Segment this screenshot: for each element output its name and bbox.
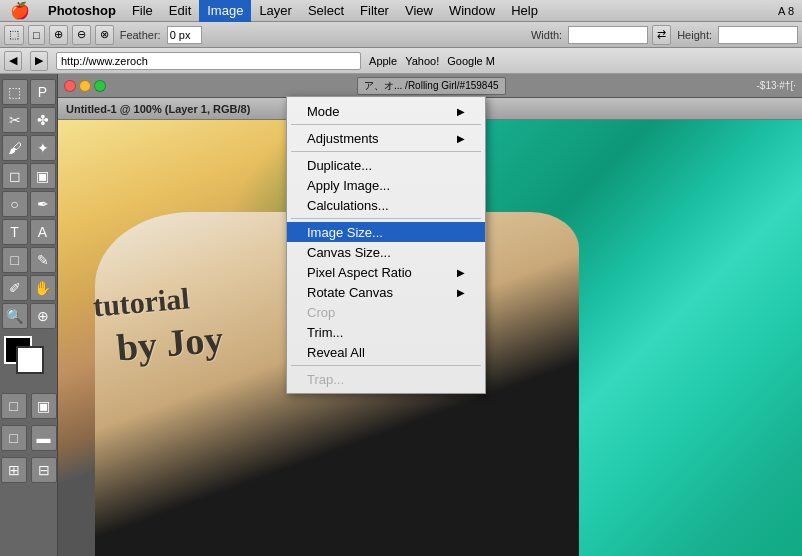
menu-view[interactable]: View (397, 0, 441, 22)
screen-normal[interactable]: □ (1, 425, 27, 451)
menu-item-canvas-size[interactable]: Canvas Size... (287, 242, 485, 262)
tool-shape[interactable]: □ (2, 247, 28, 273)
tool-path[interactable]: A (30, 219, 56, 245)
swap-dimensions[interactable]: ⇄ (652, 25, 671, 45)
menu-edit[interactable]: Edit (161, 0, 199, 22)
adjustments-arrow: ▶ (457, 133, 465, 144)
width-label: Width: (529, 29, 564, 41)
bookmark-google[interactable]: Google M (447, 55, 495, 67)
menu-item-reveal-all[interactable]: Reveal All (287, 342, 485, 362)
menu-item-pixel-aspect[interactable]: Pixel Aspect Ratio ▶ (287, 262, 485, 282)
menu-window[interactable]: Window (441, 0, 503, 22)
window-minimize-btn[interactable] (79, 80, 91, 92)
tool-text[interactable]: T (2, 219, 28, 245)
tool-lasso[interactable]: P (30, 79, 56, 105)
apple-menu[interactable]: 🍎 (0, 0, 40, 22)
back-btn[interactable]: ◀ (4, 51, 22, 71)
marquee-style-1[interactable]: □ (28, 25, 45, 45)
menu-layer[interactable]: Layer (251, 0, 300, 22)
screen-mode-tools: □ ▬ (0, 424, 58, 452)
pixel-aspect-arrow: ▶ (457, 267, 465, 278)
marquee-options[interactable]: ⬚ (4, 25, 24, 45)
tool-eraser[interactable]: ◻ (2, 163, 28, 189)
calculations-label: Calculations... (307, 198, 389, 213)
menu-item-image-size[interactable]: Image Size... (287, 222, 485, 242)
tool-hand[interactable]: ✋ (30, 275, 56, 301)
rolling-girl-tab[interactable]: ア、オ... /Rolling Girl/#159845 (357, 77, 506, 95)
menu-item-calculations[interactable]: Calculations... (287, 195, 485, 215)
color-swatches (4, 336, 54, 384)
tool-pen[interactable]: ✒ (30, 191, 56, 217)
window-maximize-btn[interactable] (94, 80, 106, 92)
quick-mask-tools: □ ▣ (0, 392, 58, 420)
quick-mask-on[interactable]: ▣ (31, 393, 57, 419)
rotate-canvas-label: Rotate Canvas (307, 285, 393, 300)
menu-item-adjustments[interactable]: Adjustments ▶ (287, 128, 485, 148)
marquee-style-2[interactable]: ⊕ (49, 25, 68, 45)
height-input[interactable] (718, 26, 798, 44)
menubar: 🍎 Photoshop File Edit Image Layer Select… (0, 0, 802, 22)
apply-image-label: Apply Image... (307, 178, 390, 193)
left-toolbar: ⬚ P ✂ ✤ 🖌 ✦ ◻ ▣ ○ ✒ T A □ ✎ ✐ ✋ (0, 74, 58, 556)
marquee-style-3[interactable]: ⊖ (72, 25, 91, 45)
separator-2 (291, 151, 481, 152)
duplicate-label: Duplicate... (307, 158, 372, 173)
pixel-aspect-label: Pixel Aspect Ratio (307, 265, 412, 280)
mode-arrow: ▶ (457, 106, 465, 117)
top-info-bar: ア、オ... /Rolling Girl/#159845 -$13·#†[· (58, 74, 802, 98)
tool-eyedropper[interactable]: ✐ (2, 275, 28, 301)
menu-file[interactable]: File (124, 0, 161, 22)
menu-image[interactable]: Image (199, 0, 251, 22)
tool-notes[interactable]: ✎ (30, 247, 56, 273)
tool-gradient[interactable]: ▣ (30, 163, 56, 189)
trap-label: Trap... (307, 372, 344, 387)
separator-4 (291, 365, 481, 366)
bookmarks-bar: ◀ ▶ Apple Yahoo! Google M (0, 48, 802, 74)
tool-marquee[interactable]: ⬚ (2, 79, 28, 105)
canvas-size-label: Canvas Size... (307, 245, 391, 260)
tool-dodge[interactable]: ○ (2, 191, 28, 217)
bookmark-apple[interactable]: Apple (369, 55, 397, 67)
forward-btn[interactable]: ▶ (30, 51, 48, 71)
menu-select[interactable]: Select (300, 0, 352, 22)
extra-tool-1[interactable]: ⊞ (1, 457, 27, 483)
feather-label: Feather: (118, 29, 163, 41)
tool-brush[interactable]: 🖌 (2, 135, 28, 161)
canvas-title: Untitled-1 @ 100% (Layer 1, RGB/8) (66, 103, 250, 115)
tool-extra[interactable]: ⊕ (30, 303, 56, 329)
mode-label: Mode (307, 104, 340, 119)
background-color[interactable] (16, 346, 44, 374)
tool-clone[interactable]: ✦ (30, 135, 56, 161)
tool-zoom[interactable]: 🔍 (2, 303, 28, 329)
tool-healing[interactable]: ✤ (30, 107, 56, 133)
image-size-label: Image Size... (307, 225, 383, 240)
menu-help[interactable]: Help (503, 0, 546, 22)
feather-input[interactable] (167, 26, 202, 44)
screen-full-menu[interactable]: ▬ (31, 425, 57, 451)
menu-item-trim[interactable]: Trim... (287, 322, 485, 342)
menu-item-crop: Crop (287, 302, 485, 322)
menu-item-apply-image[interactable]: Apply Image... (287, 175, 485, 195)
separator-3 (291, 218, 481, 219)
menu-item-mode[interactable]: Mode ▶ (287, 101, 485, 121)
ps-version: A 8 (778, 5, 802, 17)
menu-item-trap: Trap... (287, 369, 485, 389)
window-close-btn[interactable] (64, 80, 76, 92)
options-toolbar: ⬚ □ ⊕ ⊖ ⊗ Feather: Width: ⇄ Height: (0, 22, 802, 48)
quick-mask-off[interactable]: □ (1, 393, 27, 419)
bookmark-yahoo[interactable]: Yahoo! (405, 55, 439, 67)
extra-tool-2[interactable]: ⊟ (31, 457, 57, 483)
adjustments-label: Adjustments (307, 131, 379, 146)
panel-info: -$13·#†[· (757, 80, 796, 91)
menu-item-rotate-canvas[interactable]: Rotate Canvas ▶ (287, 282, 485, 302)
height-label: Height: (675, 29, 714, 41)
content-area: ア、オ... /Rolling Girl/#159845 -$13·#†[· U… (58, 74, 802, 556)
menu-item-duplicate[interactable]: Duplicate... (287, 155, 485, 175)
marquee-style-4[interactable]: ⊗ (95, 25, 114, 45)
tool-crop[interactable]: ✂ (2, 107, 28, 133)
menu-filter[interactable]: Filter (352, 0, 397, 22)
crop-label: Crop (307, 305, 335, 320)
width-input[interactable] (568, 26, 648, 44)
main-area: ⬚ P ✂ ✤ 🖌 ✦ ◻ ▣ ○ ✒ T A □ ✎ ✐ ✋ (0, 74, 802, 556)
url-input[interactable] (56, 52, 361, 70)
